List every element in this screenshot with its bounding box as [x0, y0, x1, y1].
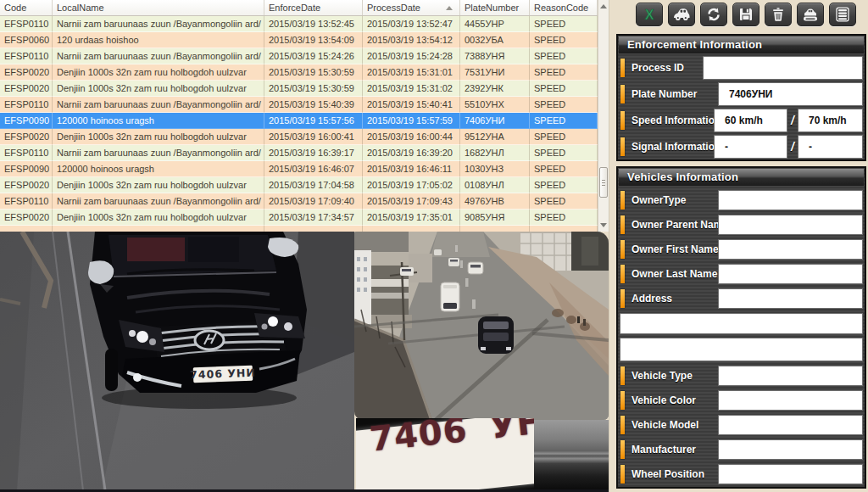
column-header-platenumber[interactable]: PlateNumber	[460, 0, 530, 15]
table-row[interactable]: EFSP0020Denjiin 1000s 32n zam ruu holbog…	[0, 64, 598, 81]
measured-speed-field[interactable]: 60 km/h	[714, 109, 787, 132]
violations-table: CodeLocalNameEnforceDateProcessDatePlate…	[0, 0, 609, 232]
cell-processdate: 2015/03/19 15:57:59	[363, 113, 460, 129]
manufacturer-field[interactable]	[718, 439, 863, 460]
list-icon	[834, 6, 851, 23]
partial-row	[0, 226, 598, 232]
cell-code: EFSP0090	[0, 161, 53, 177]
cell-reasoncode: SPEED	[530, 129, 598, 145]
owner-type-row: OwnerType	[618, 190, 865, 210]
table-row[interactable]: EFSP0020Denjiin 1000s 32n zam ruu holbog…	[0, 177, 598, 193]
delete-button[interactable]	[765, 3, 792, 26]
enforcement-panel: Enforcement Information Process ID Plate…	[616, 34, 866, 161]
table-row[interactable]: EFSP0020Denjiin 1000s 32n zam ruu holbog…	[0, 210, 598, 226]
cell-reasoncode: SPEED	[530, 177, 598, 193]
column-header-label: ProcessDate	[367, 3, 420, 13]
cell	[0, 226, 53, 232]
cell-enforcedate: 2015/03/19 17:04:58	[264, 177, 363, 193]
owner-first-name-field[interactable]	[718, 239, 863, 260]
table-row[interactable]: EFSP0110Narnii zam baruunaas zuun /Bayan…	[0, 16, 598, 32]
wheel-position-field[interactable]	[718, 464, 863, 484]
cell-platenumber: 0032УБА	[460, 32, 530, 48]
speed-information-label: Speed Information	[632, 115, 721, 126]
column-header-reasoncode[interactable]: ReasonCode	[530, 0, 598, 15]
column-header-label: EnforceDate	[269, 3, 320, 13]
accent-bar	[620, 137, 625, 156]
sort-ascending-icon	[446, 6, 453, 10]
table-row[interactable]: EFSP0090120000 hoinoos uragsh2015/03/19 …	[0, 161, 598, 177]
column-header-code[interactable]: Code	[0, 0, 53, 15]
manufacturer-label: Manufacturer	[632, 444, 696, 456]
vehicle-color-field[interactable]	[718, 390, 863, 411]
vehicle-color-label: Vehicle Color	[632, 394, 696, 406]
accent-bar	[620, 85, 625, 103]
vehicles-panel: Vehicles Information OwnerType Owner Par…	[616, 166, 866, 489]
accent-bar	[620, 111, 625, 130]
vehicle-report-button[interactable]	[797, 3, 824, 26]
cell-processdate: 2015/03/19 15:31:02	[363, 81, 460, 97]
table-row[interactable]: EFSP0110Narnii zam baruunaas zuun /Bayan…	[0, 97, 598, 113]
column-header-label: Code	[4, 3, 26, 13]
vehicle-button[interactable]	[668, 3, 695, 26]
column-header-enforcedate[interactable]: EnforceDate	[264, 0, 363, 15]
vehicle-type-row: Vehicle Type	[618, 366, 865, 386]
table-row[interactable]: EFSP0060120 urdaas hoishoo2015/03/19 13:…	[0, 32, 598, 48]
process-id-field[interactable]	[703, 56, 863, 80]
address-row: Address	[618, 288, 865, 309]
list-button[interactable]	[829, 3, 856, 26]
wheel-position-row: Wheel Position	[618, 464, 865, 484]
scroll-up-arrow-icon[interactable]	[600, 4, 607, 8]
plate-number-field[interactable]: 7406УНИ	[718, 82, 863, 106]
owner-parent-name-field[interactable]	[718, 215, 863, 235]
cell-processdate: 2015/03/19 17:05:02	[363, 177, 460, 193]
table-row[interactable]: EFSP0020Denjiin 1000s 32n zam ruu holbog…	[0, 129, 598, 145]
table-row[interactable]: EFSP0090120000 hoinoos uragsh2015/03/19 …	[0, 113, 598, 129]
table-row[interactable]: EFSP0110Narnii zam baruunaas zuun /Bayan…	[0, 48, 598, 64]
cell-reasoncode: SPEED	[530, 48, 598, 64]
enforcement-panel-title: Enforcement Information	[619, 36, 864, 53]
table-row[interactable]: EFSP0110Narnii zam baruunaas zuun /Bayan…	[0, 145, 598, 161]
signal-information-row: Signal Information - / -	[618, 135, 865, 159]
refresh-button[interactable]	[700, 3, 727, 26]
cell-enforcedate: 2015/03/19 15:40:39	[264, 97, 363, 113]
owner-last-name-field[interactable]	[718, 264, 863, 284]
speed-limit-field[interactable]: 70 km/h	[798, 109, 863, 132]
address-line3-field[interactable]	[620, 338, 863, 361]
address-line2-field[interactable]	[620, 313, 863, 334]
cell-platenumber: 1030УНЗ	[460, 161, 530, 177]
address-field[interactable]	[718, 288, 863, 309]
cell-enforcedate: 2015/03/19 13:52:45	[264, 16, 363, 32]
signal-limit-field[interactable]: -	[798, 135, 863, 159]
cell-reasoncode: SPEED	[530, 16, 598, 32]
cell-reasoncode: SPEED	[530, 81, 598, 97]
table-row[interactable]: EFSP0110Narnii zam baruunaas zuun /Bayan…	[0, 193, 598, 210]
table-row[interactable]: EFSP0020Denjiin 1000s 32n zam ruu holbog…	[0, 81, 598, 97]
owner-type-field[interactable]	[718, 190, 863, 210]
scroll-down-arrow-icon[interactable]	[600, 223, 607, 227]
signal-value-field[interactable]: -	[714, 135, 787, 159]
save-button[interactable]	[732, 3, 760, 26]
cell-localname: 120 urdaas hoishoo	[53, 32, 264, 48]
accent-bar	[620, 289, 625, 308]
cell-code: EFSP0020	[0, 210, 53, 226]
cell-localname: Narnii zam baruunaas zuun /Bayanmongolii…	[53, 145, 264, 161]
vehicle-type-field[interactable]	[718, 366, 863, 386]
column-header-localname[interactable]: LocalName	[53, 0, 264, 15]
export-excel-button[interactable]: X	[636, 3, 663, 26]
cell-localname: 120000 hoinoos uragsh	[53, 113, 264, 129]
cell-enforcedate: 2015/03/19 15:30:59	[264, 81, 363, 97]
cell-reasoncode: SPEED	[530, 161, 598, 177]
cell-processdate: 2015/03/19 15:40:41	[363, 97, 460, 113]
vehicle-model-field[interactable]	[718, 415, 863, 435]
street-photo-art	[354, 232, 609, 420]
trash-icon	[770, 6, 787, 23]
vehicle-type-label: Vehicle Type	[632, 370, 693, 382]
save-icon	[737, 6, 754, 23]
vertical-scrollbar[interactable]	[598, 0, 609, 232]
accent-bar	[620, 416, 625, 434]
column-header-processdate[interactable]: ProcessDate	[363, 0, 460, 15]
cell-code: EFSP0110	[0, 193, 53, 210]
scrollbar-thumb[interactable]	[599, 167, 608, 198]
cell-code: EFSP0090	[0, 113, 53, 129]
accent-bar	[620, 215, 625, 234]
